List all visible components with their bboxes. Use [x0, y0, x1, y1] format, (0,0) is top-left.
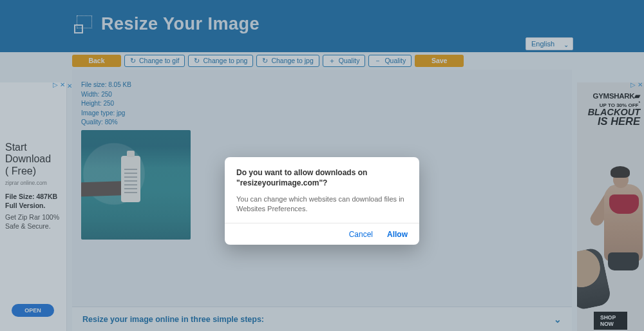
allow-button[interactable]: Allow — [387, 230, 408, 239]
download-permission-dialog: Do you want to allow downloads on "resiz… — [225, 157, 419, 245]
dialog-actions: Cancel Allow — [225, 223, 419, 245]
cancel-button[interactable]: Cancel — [349, 230, 373, 239]
dialog-title: Do you want to allow downloads on "resiz… — [236, 167, 408, 188]
dialog-text: You can change which websites can downlo… — [236, 194, 408, 214]
